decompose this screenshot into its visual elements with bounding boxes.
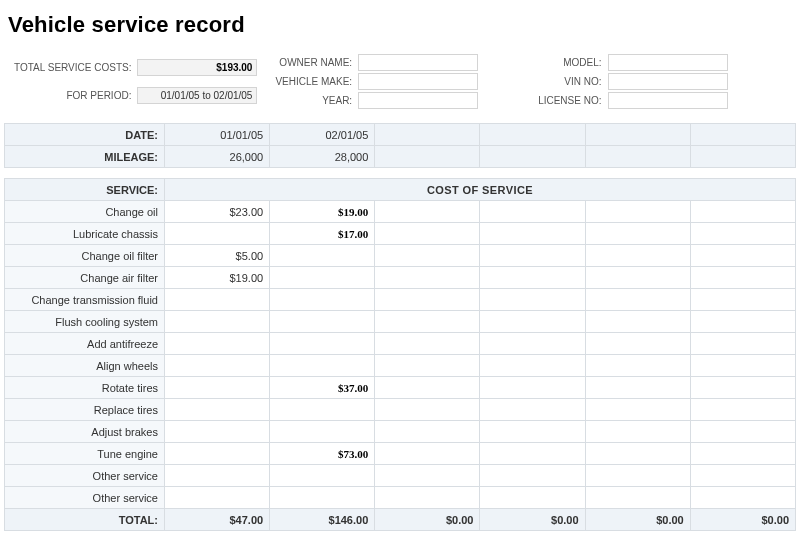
service-cost-cell[interactable] [480,443,585,465]
service-cost-cell[interactable] [480,421,585,443]
service-cost-cell[interactable] [270,311,375,333]
service-cost-cell[interactable] [690,487,795,509]
service-cost-cell[interactable] [375,223,480,245]
model-input[interactable] [608,54,728,71]
service-cost-cell[interactable] [585,201,690,223]
mileage-cell[interactable] [480,146,585,168]
service-cost-cell[interactable] [585,311,690,333]
service-cost-cell[interactable] [375,487,480,509]
service-cost-cell[interactable] [480,267,585,289]
year-input[interactable] [358,92,478,109]
service-cost-cell[interactable] [165,223,270,245]
date-cell[interactable] [585,124,690,146]
service-cost-cell[interactable] [165,377,270,399]
service-cost-cell[interactable] [585,421,690,443]
service-cost-cell[interactable] [480,377,585,399]
service-cost-cell[interactable] [480,223,585,245]
service-cost-cell[interactable] [165,487,270,509]
service-cost-cell[interactable] [165,333,270,355]
service-cost-cell[interactable] [165,289,270,311]
mileage-cell[interactable]: 26,000 [165,146,270,168]
service-cost-cell[interactable] [375,421,480,443]
service-cost-cell[interactable] [375,267,480,289]
service-cost-cell[interactable] [690,355,795,377]
service-cost-cell[interactable] [165,311,270,333]
mileage-cell[interactable] [375,146,480,168]
mileage-cell[interactable] [585,146,690,168]
service-cost-cell[interactable] [585,355,690,377]
service-cost-cell[interactable] [480,333,585,355]
service-cost-cell[interactable] [585,465,690,487]
service-cost-cell[interactable] [165,421,270,443]
service-cost-cell[interactable]: $23.00 [165,201,270,223]
service-cost-cell[interactable] [375,355,480,377]
service-cost-cell[interactable] [165,465,270,487]
service-cost-cell[interactable] [690,399,795,421]
service-cost-cell[interactable] [270,355,375,377]
service-cost-cell[interactable] [480,465,585,487]
vin-input[interactable] [608,73,728,90]
service-cost-cell[interactable] [585,377,690,399]
service-cost-cell[interactable] [165,399,270,421]
service-cost-cell[interactable] [585,267,690,289]
service-cost-cell[interactable] [690,201,795,223]
service-cost-cell[interactable] [585,245,690,267]
service-cost-cell[interactable] [690,333,795,355]
service-cost-cell[interactable] [375,465,480,487]
vehicle-make-input[interactable] [358,73,478,90]
service-cost-cell[interactable] [480,487,585,509]
date-cell[interactable]: 02/01/05 [270,124,375,146]
service-cost-cell[interactable] [480,311,585,333]
service-cost-cell[interactable]: $17.00 [270,223,375,245]
owner-name-input[interactable] [358,54,478,71]
service-cost-cell[interactable] [690,267,795,289]
service-cost-cell[interactable] [690,443,795,465]
service-cost-cell[interactable] [585,443,690,465]
service-cost-cell[interactable] [270,289,375,311]
service-cost-cell[interactable] [585,487,690,509]
service-cost-cell[interactable] [690,223,795,245]
date-cell[interactable] [690,124,795,146]
service-cost-cell[interactable] [690,421,795,443]
service-cost-cell[interactable] [585,289,690,311]
service-cost-cell[interactable] [480,245,585,267]
service-cost-cell[interactable] [270,245,375,267]
service-cost-cell[interactable] [375,289,480,311]
service-cost-cell[interactable]: $73.00 [270,443,375,465]
license-input[interactable] [608,92,728,109]
service-cost-cell[interactable] [690,465,795,487]
date-cell[interactable] [375,124,480,146]
service-cost-cell[interactable] [270,267,375,289]
service-cost-cell[interactable] [270,465,375,487]
service-cost-cell[interactable] [270,421,375,443]
service-cost-cell[interactable] [270,487,375,509]
service-cost-cell[interactable] [165,443,270,465]
service-cost-cell[interactable] [375,399,480,421]
service-cost-cell[interactable] [585,399,690,421]
date-cell[interactable] [480,124,585,146]
service-cost-cell[interactable] [480,355,585,377]
service-cost-cell[interactable] [480,399,585,421]
service-cost-cell[interactable] [480,289,585,311]
service-cost-cell[interactable] [690,289,795,311]
mileage-cell[interactable] [690,146,795,168]
service-cost-cell[interactable] [375,443,480,465]
service-cost-cell[interactable] [375,201,480,223]
service-cost-cell[interactable] [690,245,795,267]
service-cost-cell[interactable] [270,399,375,421]
service-cost-cell[interactable] [375,333,480,355]
service-cost-cell[interactable]: $37.00 [270,377,375,399]
service-cost-cell[interactable] [690,377,795,399]
service-cost-cell[interactable] [480,201,585,223]
mileage-cell[interactable]: 28,000 [270,146,375,168]
service-cost-cell[interactable] [585,333,690,355]
service-cost-cell[interactable]: $5.00 [165,245,270,267]
service-cost-cell[interactable] [375,245,480,267]
service-cost-cell[interactable] [375,311,480,333]
service-cost-cell[interactable] [690,311,795,333]
service-cost-cell[interactable] [165,355,270,377]
service-cost-cell[interactable]: $19.00 [165,267,270,289]
service-cost-cell[interactable] [270,333,375,355]
date-cell[interactable]: 01/01/05 [165,124,270,146]
service-cost-cell[interactable] [375,377,480,399]
